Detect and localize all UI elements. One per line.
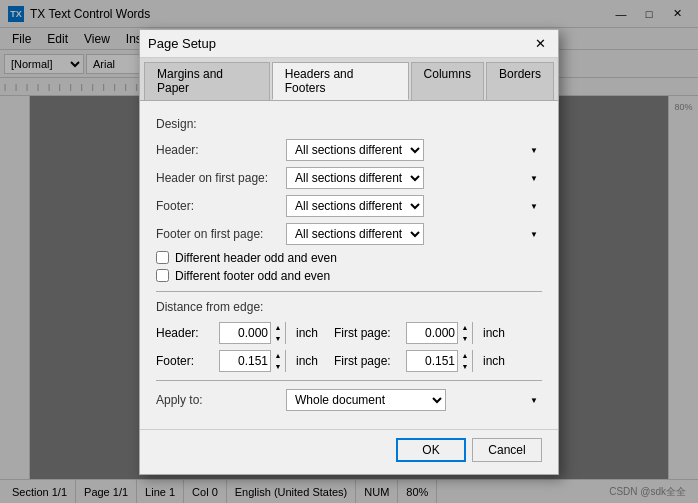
header-first-distance-input[interactable]	[407, 323, 457, 343]
footer-label: Footer:	[156, 199, 286, 213]
footer-distance-row: Footer: ▲ ▼ inch First page: ▲ ▼	[156, 350, 542, 372]
spinbox-btns4: ▲ ▼	[457, 350, 472, 372]
dialog-close-button[interactable]: ✕	[530, 33, 550, 53]
dialog-title: Page Setup	[148, 36, 530, 51]
footer-distance-unit: inch	[296, 354, 318, 368]
footer-distance-spinbox: ▲ ▼	[219, 350, 286, 372]
header-first-label: Header on first page:	[156, 171, 286, 185]
distance-section-label: Distance from edge:	[156, 300, 542, 314]
tab-headers-footers[interactable]: Headers and Footers	[272, 62, 409, 100]
dialog-tabs: Margins and Paper Headers and Footers Co…	[140, 58, 558, 101]
apply-to-label: Apply to:	[156, 393, 286, 407]
apply-to-group: Apply to: Whole document	[156, 389, 542, 411]
footer-distance-input[interactable]	[220, 351, 270, 371]
header-distance-label: Header:	[156, 326, 211, 340]
footer-first-page-label: First page:	[334, 354, 394, 368]
footer-first-unit: inch	[483, 354, 505, 368]
footer-odd-even-checkbox[interactable]	[156, 269, 169, 282]
footer-first-distance-spinbox: ▲ ▼	[406, 350, 473, 372]
header-odd-even-label: Different header odd and even	[175, 251, 337, 265]
footer-distance-down[interactable]: ▼	[271, 361, 285, 372]
footer-first-down[interactable]: ▼	[458, 361, 472, 372]
footer-first-form-group: Footer on first page: All sections diffe…	[156, 223, 542, 245]
footer-first-select-wrapper: All sections different	[286, 223, 542, 245]
page-setup-dialog: Page Setup ✕ Margins and Paper Headers a…	[139, 29, 559, 475]
spinbox-btns2: ▲ ▼	[457, 322, 472, 344]
tab-columns[interactable]: Columns	[411, 62, 484, 100]
header-distance-input[interactable]	[220, 323, 270, 343]
header-distance-spinbox: ▲ ▼	[219, 322, 286, 344]
ok-button[interactable]: OK	[396, 438, 466, 462]
dialog-content: Design: Header: All sections different H…	[140, 101, 558, 429]
footer-first-distance-input[interactable]	[407, 351, 457, 371]
header-first-select[interactable]: All sections different	[286, 167, 424, 189]
header-first-page-label: First page:	[334, 326, 394, 340]
footer-first-up[interactable]: ▲	[458, 350, 472, 361]
header-first-form-group: Header on first page: All sections diffe…	[156, 167, 542, 189]
header-first-select-wrapper: All sections different	[286, 167, 542, 189]
footer-first-select[interactable]: All sections different	[286, 223, 424, 245]
header-first-up[interactable]: ▲	[458, 322, 472, 333]
header-form-group: Header: All sections different	[156, 139, 542, 161]
dialog-footer: OK Cancel	[140, 429, 558, 474]
separator	[156, 291, 542, 292]
header-label: Header:	[156, 143, 286, 157]
separator2	[156, 380, 542, 381]
tab-borders[interactable]: Borders	[486, 62, 554, 100]
header-select[interactable]: All sections different	[286, 139, 424, 161]
footer-form-group: Footer: All sections different	[156, 195, 542, 217]
header-distance-row: Header: ▲ ▼ inch First page: ▲ ▼	[156, 322, 542, 344]
header-first-down[interactable]: ▼	[458, 333, 472, 344]
footer-odd-even-label: Different footer odd and even	[175, 269, 330, 283]
header-distance-up[interactable]: ▲	[271, 322, 285, 333]
checkbox-header-odd-even: Different header odd and even	[156, 251, 542, 265]
header-distance-unit: inch	[296, 326, 318, 340]
header-first-distance-spinbox: ▲ ▼	[406, 322, 473, 344]
dialog-titlebar: Page Setup ✕	[140, 30, 558, 58]
modal-overlay: Page Setup ✕ Margins and Paper Headers a…	[0, 0, 698, 503]
tab-margins-paper[interactable]: Margins and Paper	[144, 62, 270, 100]
header-odd-even-checkbox[interactable]	[156, 251, 169, 264]
header-select-wrapper: All sections different	[286, 139, 542, 161]
header-distance-down[interactable]: ▼	[271, 333, 285, 344]
footer-first-label: Footer on first page:	[156, 227, 286, 241]
header-first-unit: inch	[483, 326, 505, 340]
apply-to-select-wrapper: Whole document	[286, 389, 542, 411]
design-section-label: Design:	[156, 117, 542, 131]
spinbox-btns: ▲ ▼	[270, 322, 285, 344]
spinbox-btns3: ▲ ▼	[270, 350, 285, 372]
cancel-button[interactable]: Cancel	[472, 438, 542, 462]
footer-distance-up[interactable]: ▲	[271, 350, 285, 361]
footer-select[interactable]: All sections different	[286, 195, 424, 217]
footer-select-wrapper: All sections different	[286, 195, 542, 217]
apply-to-select[interactable]: Whole document	[286, 389, 446, 411]
footer-distance-label: Footer:	[156, 354, 211, 368]
checkbox-footer-odd-even: Different footer odd and even	[156, 269, 542, 283]
